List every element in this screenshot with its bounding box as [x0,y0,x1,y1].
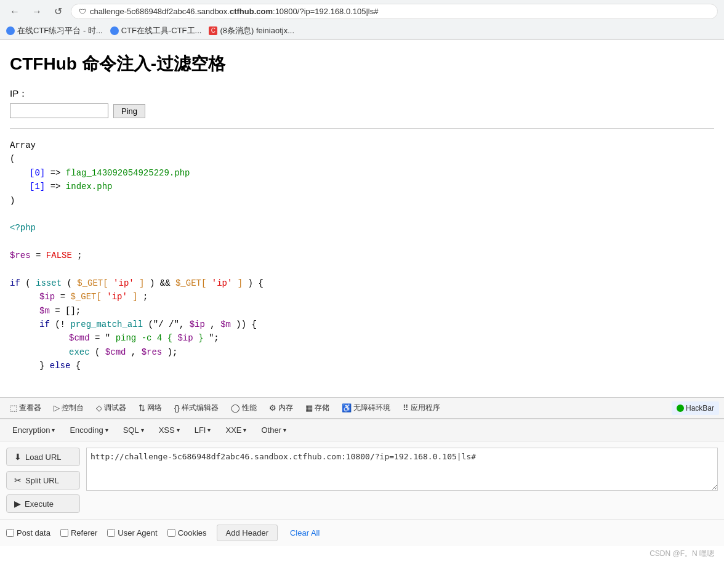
performance-icon: ◯ [231,403,240,413]
referer-label: Referer [71,528,97,538]
split-url-button[interactable]: ✂ Split URL [6,471,80,489]
hackbar-menu-xss[interactable]: XSS ▾ [153,423,186,437]
code-exec-line: exec ( $cmd , $res ); [10,345,714,359]
hackbar-menu-encoding[interactable]: Encoding ▾ [63,423,114,437]
hackbar-dot-icon [677,405,684,412]
accessibility-icon: ♿ [342,403,352,413]
bookmarks-bar: 在线CTF练习平台 - 时... CTF在线工具-CTF工... C (8条消息… [0,23,724,39]
referer-input[interactable] [60,529,68,537]
devtools-network[interactable]: ⇅ 网络 [134,400,167,416]
post-data-label: Post data [17,528,50,538]
refresh-button[interactable]: ↺ [50,4,66,18]
ping-button[interactable]: Ping [113,104,145,118]
address-url: challenge-5c686948df2abc46.sandbox.ctfhu… [90,7,378,16]
hackbar-footer: Post data Referer User Agent Cookies Add… [0,519,724,546]
user-agent-checkbox[interactable]: User Agent [107,528,157,538]
bookmark-ctf1[interactable]: 在线CTF练习平台 - 时... [6,25,103,36]
storage-icon: ▦ [305,403,313,413]
address-bar[interactable]: 🛡 challenge-5c686948df2abc46.sandbox.ctf… [71,4,718,19]
hackbar-menu-sql[interactable]: SQL ▾ [117,423,150,437]
bookmark-label: (8条消息) feiniaotjx... [220,25,294,36]
devtools-debugger[interactable]: ◇ 调试器 [91,400,131,416]
devtools-console[interactable]: ▷ 控制台 [49,400,89,416]
devtools-bar: ⬚ 查看器 ▷ 控制台 ◇ 调试器 ⇅ 网络 {} 样式编辑器 ◯ 性能 ⚙ 内… [0,397,724,419]
xxe-label: XXE [225,425,241,435]
encoding-label: Encoding [70,425,103,435]
devtools-console-label: 控制台 [62,403,84,413]
hackbar-menu: Encryption ▾ Encoding ▾ SQL ▾ XSS ▾ LFI … [0,419,724,441]
devtools-apps[interactable]: ⠿ 应用程序 [398,400,445,416]
page-content: CTFHub 命令注入-过滤空格 IP： Ping Array ( [0] =>… [0,40,724,397]
split-url-icon: ✂ [14,475,22,485]
csdn-watermark: CSDN @F。N 嘿嗯 [0,546,724,562]
hackbar-menu-lfi[interactable]: LFI ▾ [188,423,217,437]
forward-button[interactable]: → [28,5,46,18]
code-m-assign: $m = []; [10,304,714,318]
post-data-checkbox[interactable]: Post data [6,528,50,538]
style-editor-icon: {} [174,403,180,413]
devtools-inspect-label: 查看器 [19,403,41,413]
execute-label: Execute [25,499,54,509]
hackbar-menu-xxe[interactable]: XXE ▾ [219,423,252,437]
code-res-line: $res = FALSE ; [10,249,714,262]
split-url-label: Split URL [25,476,59,485]
debugger-icon: ◇ [96,403,102,413]
other-label: Other [261,425,281,435]
execute-button[interactable]: ▶ Execute [6,494,80,513]
lfi-caret-icon: ▾ [207,427,211,433]
add-header-button[interactable]: Add Header [217,525,278,541]
browser-chrome: ← → ↺ 🛡 challenge-5c686948df2abc46.sandb… [0,0,724,40]
cookies-input[interactable] [167,529,175,537]
devtools-storage[interactable]: ▦ 存储 [300,400,334,416]
devtools-apps-label: 应用程序 [411,403,440,413]
url-textarea[interactable]: http://challenge-5c686948df2abc46.sandbo… [86,448,718,491]
xxe-caret-icon: ▾ [243,427,246,433]
apps-icon: ⠿ [403,403,409,413]
back-button[interactable]: ← [6,5,23,18]
network-icon: ⇅ [139,403,145,413]
devtools-memory[interactable]: ⚙ 内存 [264,400,298,416]
watermark-text: CSDN @F。N 嘿嗯 [650,549,714,558]
devtools-accessibility[interactable]: ♿ 无障碍环境 [337,400,395,416]
console-icon: ▷ [54,403,60,413]
execute-icon: ▶ [14,499,21,509]
referer-checkbox[interactable]: Referer [60,528,97,538]
hackbar: Encryption ▾ Encoding ▾ SQL ▾ XSS ▾ LFI … [0,419,724,546]
devtools-memory-label: 内存 [278,403,293,413]
hackbar-tab[interactable]: HackBar [672,401,719,415]
code-line-item1: [1] => index.php [10,180,714,193]
hackbar-menu-encryption[interactable]: Encryption ▾ [6,423,61,437]
devtools-style-editor[interactable]: {} 样式编辑器 [169,400,223,416]
favicon-icon: C [209,26,217,35]
memory-icon: ⚙ [269,403,276,413]
hackbar-body: ⬇ Load URL ✂ Split URL ▶ Execute http://… [0,441,724,519]
hackbar-buttons: ⬇ Load URL ✂ Split URL ▶ Execute [6,448,80,513]
devtools-performance[interactable]: ◯ 性能 [226,400,262,416]
code-if-preg: if (! preg_match_all ("/ /", $ip , $m ))… [10,318,714,331]
bookmark-csdn[interactable]: C (8条消息) feiniaotjx... [209,25,294,36]
shield-icon: 🛡 [79,7,86,16]
hackbar-url-area: http://challenge-5c686948df2abc46.sandbo… [86,448,718,491]
hackbar-menu-other[interactable]: Other ▾ [255,423,292,437]
cookies-checkbox[interactable]: Cookies [167,528,207,538]
ip-section: IP： Ping [10,88,714,118]
ip-input[interactable] [10,103,108,118]
lfi-label: LFI [195,425,206,435]
xss-caret-icon: ▾ [177,427,180,433]
other-caret-icon: ▾ [283,427,286,433]
load-url-icon: ⬇ [14,452,22,462]
encryption-caret-icon: ▾ [52,427,55,433]
code-cmd-assign: $cmd = " ping -c 4 { $ip } "; [10,331,714,345]
load-url-label: Load URL [25,453,62,462]
user-agent-input[interactable] [107,529,115,537]
devtools-inspect[interactable]: ⬚ 查看器 [5,400,46,416]
code-php-open: <?php [10,221,714,235]
post-data-input[interactable] [6,529,14,537]
load-url-button[interactable]: ⬇ Load URL [6,448,80,466]
favicon-icon [6,26,15,35]
bookmark-ctf2[interactable]: CTF在线工具-CTF工... [110,25,202,36]
inspect-icon: ⬚ [10,403,17,413]
bookmark-label: 在线CTF练习平台 - 时... [17,25,103,36]
clear-all-button[interactable]: Clear All [290,528,320,538]
page-title: CTFHub 命令注入-过滤空格 [10,52,714,76]
